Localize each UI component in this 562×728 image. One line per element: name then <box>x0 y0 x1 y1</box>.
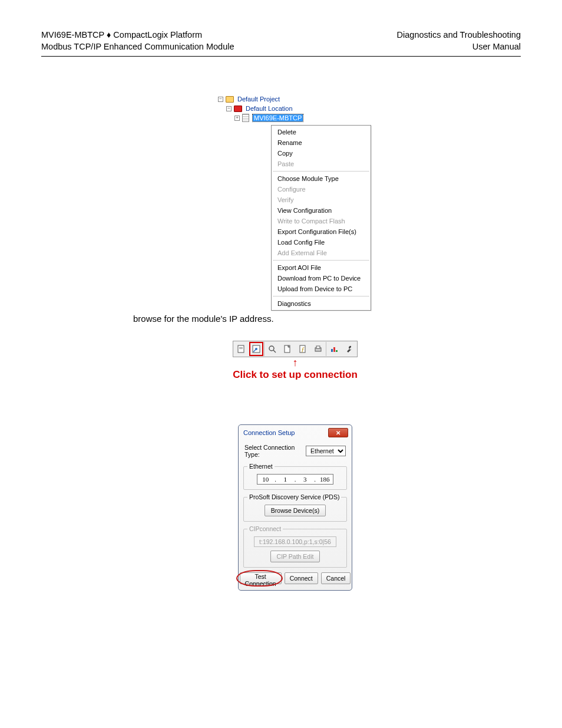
browse-devices-button[interactable]: Browse Device(s) <box>265 505 326 516</box>
context-menu: DeleteRenameCopyPasteChoose Module TypeC… <box>271 125 371 311</box>
header-left-line1: MVI69E-MBTCP ♦ CompactLogix Platform <box>41 29 234 41</box>
folder-icon <box>226 96 234 103</box>
tree-project-label: Default Project <box>237 95 280 103</box>
svg-rect-10 <box>316 346 320 348</box>
dialog-titlebar: Connection Setup ✕ <box>239 425 352 440</box>
svg-point-5 <box>269 346 274 351</box>
cipconnect-legend: CIPconnect <box>247 525 283 532</box>
cip-path-input <box>254 536 336 547</box>
close-button[interactable]: ✕ <box>328 428 348 437</box>
menu-item-rename[interactable]: Rename <box>272 137 371 148</box>
menu-separator <box>273 171 369 172</box>
tree-row-project[interactable]: − Default Project <box>218 94 383 104</box>
menu-item-copy[interactable]: Copy <box>272 148 371 159</box>
collapse-icon[interactable]: − <box>226 106 232 111</box>
menu-item-export-configuration-file-s[interactable]: Export Configuration File(s) <box>272 226 371 237</box>
menu-item-add-external-file: Add External File <box>272 248 371 258</box>
toolbar-doc-icon[interactable] <box>234 342 248 356</box>
project-tree: − Default Project − Default Location + M… <box>218 94 383 311</box>
arrow-up-icon: ↑ <box>233 358 358 367</box>
body-text: browse for the module's IP address. <box>133 314 274 324</box>
tree-row-module[interactable]: + MVI69E-MBTCP <box>234 113 383 123</box>
menu-item-choose-module-type[interactable]: Choose Module Type <box>272 173 371 184</box>
menu-separator <box>273 260 369 261</box>
menu-separator <box>273 296 369 297</box>
module-icon <box>242 114 249 122</box>
cipconnect-group: CIPconnect CIP Path Edit <box>243 525 347 568</box>
svg-rect-11 <box>331 349 333 352</box>
toolbar-divider <box>326 342 326 356</box>
menu-item-verify: Verify <box>272 195 371 205</box>
ethernet-group: Ethernet 10. 1. 3. 186 <box>243 463 347 490</box>
ip-address-input[interactable]: 10. 1. 3. 186 <box>257 474 333 485</box>
header-left-line2: Modbus TCP/IP Enhanced Communication Mod… <box>41 41 234 53</box>
menu-item-export-aoi-file[interactable]: Export AOI File <box>272 262 371 273</box>
ip-octet-3[interactable]: 3 <box>297 476 313 483</box>
toolbar-caption: Click to set up connection <box>233 369 358 381</box>
connection-type-select[interactable]: Ethernet <box>306 446 346 456</box>
menu-item-upload-from-device-to-pc[interactable]: Upload from Device to PC <box>272 284 371 294</box>
tree-location-label: Default Location <box>246 105 293 112</box>
connect-button[interactable]: Connect <box>285 572 318 584</box>
toolbar: ƒ <box>233 341 358 357</box>
pds-group: ProSoft Discovery Service (PDS) Browse D… <box>243 493 347 522</box>
cip-path-edit-button: CIP Path Edit <box>270 551 320 562</box>
toolbar-page-icon[interactable] <box>280 342 295 356</box>
menu-item-diagnostics[interactable]: Diagnostics <box>272 298 371 309</box>
connection-type-label: Select Connection Type: <box>244 444 302 458</box>
folder-icon <box>234 106 242 112</box>
toolbar-wrench-icon[interactable] <box>342 342 356 356</box>
ip-octet-2[interactable]: 1 <box>277 476 294 483</box>
page-header: MVI69E-MBTCP ♦ CompactLogix Platform Mod… <box>41 29 521 52</box>
svg-rect-13 <box>336 350 338 352</box>
tree-module-label: MVI69E-MBTCP <box>253 114 303 121</box>
dialog-title: Connection Setup <box>243 429 295 436</box>
menu-item-view-configuration[interactable]: View Configuration <box>272 205 371 216</box>
header-right-line2: User Manual <box>397 41 521 53</box>
menu-item-delete[interactable]: Delete <box>272 127 371 137</box>
svg-text:ƒ: ƒ <box>301 345 305 353</box>
expand-icon[interactable]: + <box>234 116 240 121</box>
ip-octet-4[interactable]: 186 <box>317 476 333 483</box>
header-right-line1: Diagnostics and Troubleshooting <box>397 29 521 41</box>
toolbar-chart-icon[interactable] <box>327 342 341 356</box>
cancel-button[interactable]: Cancel <box>321 572 351 584</box>
toolbar-printer-icon[interactable] <box>311 342 325 356</box>
svg-rect-2 <box>239 348 243 349</box>
toolbar-divider <box>264 342 265 356</box>
menu-item-load-config-file[interactable]: Load Config File <box>272 237 371 248</box>
ip-octet-1[interactable]: 10 <box>257 476 274 483</box>
test-connection-button[interactable]: Test Connection <box>240 572 282 584</box>
tree-row-location[interactable]: − Default Location <box>226 104 383 113</box>
menu-item-write-to-compact-flash: Write to Compact Flash <box>272 216 371 226</box>
toolbar-script-icon[interactable]: ƒ <box>296 342 310 356</box>
header-divider <box>41 56 521 57</box>
toolbar-connection-setup-icon[interactable] <box>249 342 263 356</box>
toolbar-illustration: ƒ ↑ Click to set up connection <box>233 341 358 381</box>
menu-item-configure: Configure <box>272 184 371 195</box>
toolbar-search-icon[interactable] <box>265 342 279 356</box>
svg-rect-12 <box>333 347 335 352</box>
collapse-icon[interactable]: − <box>218 97 223 102</box>
connection-setup-dialog: Connection Setup ✕ Select Connection Typ… <box>238 424 352 591</box>
menu-item-download-from-pc-to-device[interactable]: Download from PC to Device <box>272 273 371 284</box>
ethernet-legend: Ethernet <box>247 463 275 470</box>
pds-legend: ProSoft Discovery Service (PDS) <box>247 493 341 500</box>
svg-rect-1 <box>239 347 243 348</box>
menu-item-paste: Paste <box>272 159 371 169</box>
